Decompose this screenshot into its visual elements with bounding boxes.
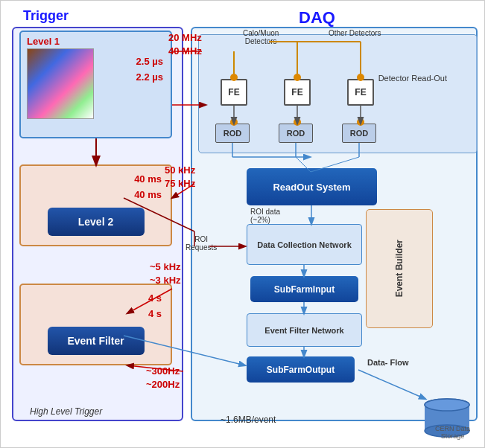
connector-dot-5 <box>294 118 301 126</box>
level1-box: Level 1 2.5 µs 2.2 µs <box>19 31 172 138</box>
connector-dot-6 <box>357 118 364 126</box>
event-builder-area: Event Builder <box>366 209 433 328</box>
freq-200hz: ~200Hz <box>146 379 180 390</box>
data-collection-network-box: Data Collection Network <box>247 224 362 265</box>
rod-box-1: ROD <box>215 124 250 143</box>
detector-readout-label: Detector Read-Out <box>378 74 447 83</box>
level1-timing1: 2.5 µs <box>136 56 163 67</box>
cern-storage-label: CERN Data Storage <box>425 425 481 440</box>
level1-image <box>27 48 94 119</box>
daq-title: DAQ <box>299 8 335 28</box>
readout-system-box: ReadOut System <box>247 168 377 205</box>
event-filter-outer: 4 s 4 s Event Filter <box>19 284 172 365</box>
connector-dot-2 <box>294 74 301 81</box>
fe-box-1: FE <box>221 79 247 106</box>
freq-16mb: ~1.6MB/event <box>221 415 276 425</box>
event-filter-network-box: Event Filter Network <box>247 313 362 347</box>
fe-box-3: FE <box>347 79 374 106</box>
level1-timing: 2.5 µs 2.2 µs <box>136 54 163 86</box>
level2-timing2: 40 ms <box>134 189 162 200</box>
level2-button: Level 2 <box>48 208 145 236</box>
level2-timing1: 40 ms <box>134 173 162 185</box>
connector-dot-4 <box>230 118 238 126</box>
svg-point-3 <box>425 399 469 411</box>
evfilter-timing: 4 s 4 s <box>148 291 162 322</box>
trigger-title: Trigger <box>23 8 69 24</box>
hlt-label: High Level Trigger <box>30 406 102 417</box>
connector-dot-3 <box>357 74 364 81</box>
roi-requests-label: ROIRequests <box>186 235 217 252</box>
freq-5khz: ~5 kHz <box>150 261 181 272</box>
evfilter-timing1: 4 s <box>148 292 162 304</box>
subfarm-output-box: SubFarmOutput <box>247 356 355 383</box>
level1-timing2: 2.2 µs <box>136 71 163 83</box>
event-filter-button: Event Filter <box>48 327 145 355</box>
event-builder-label: Event Builder <box>394 240 405 297</box>
subfarm-input-box: SubFarmInput <box>250 276 358 302</box>
rod-box-2: ROD <box>279 124 313 143</box>
level2-outer: 40 ms 40 ms Level 2 <box>19 164 172 246</box>
dataflow-label: Data- Flow <box>367 358 409 367</box>
freq-75khz: 75 kHz <box>165 178 195 189</box>
level1-label: Level 1 <box>27 36 60 47</box>
freq-50khz: 50 kHz <box>165 164 195 176</box>
fe-box-2: FE <box>284 79 311 106</box>
freq-300hz: ~300Hz <box>146 365 180 377</box>
rod-box-3: ROD <box>342 124 376 143</box>
other-detectors-label: Other Detectors <box>329 29 381 37</box>
connector-dot-1 <box>230 74 238 81</box>
level2-timing: 40 ms 40 ms <box>134 172 162 203</box>
freq-3khz: ~3 kHz <box>150 275 181 286</box>
evfilter-timing2: 4 s <box>148 308 162 319</box>
freq-40mhz: 40 MHz <box>168 45 202 57</box>
calo-muon-label: Calo/MuonDetectors <box>243 29 279 45</box>
diagram: Trigger DAQ High Level Trigger Level 1 2… <box>0 0 485 448</box>
freq-20mhz: 20 MHz <box>168 32 202 43</box>
roi-data-label: ROI data(~2%) <box>250 208 280 224</box>
